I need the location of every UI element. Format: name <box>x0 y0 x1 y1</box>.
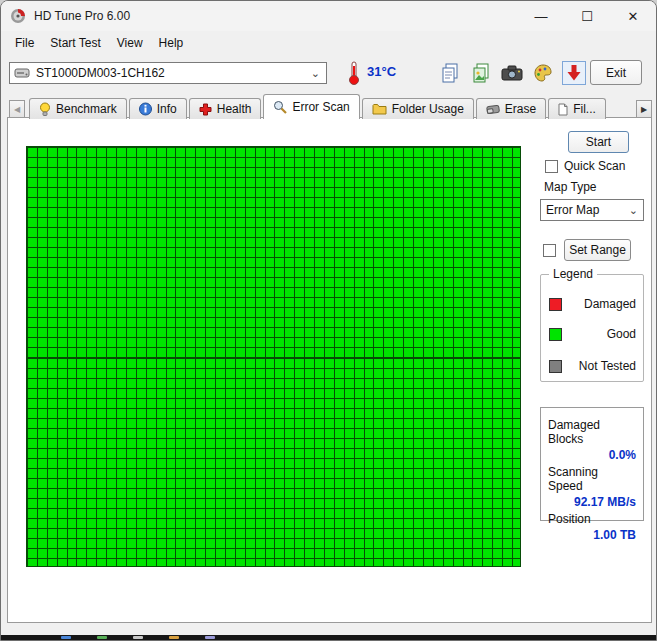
temperature-value: 31°C <box>367 64 396 79</box>
taskbar-pixel <box>97 636 107 639</box>
close-button[interactable]: ✕ <box>610 1 656 31</box>
set-range-checkbox[interactable] <box>543 244 556 257</box>
damaged-swatch <box>549 298 562 311</box>
map-type-label: Map Type <box>544 180 596 194</box>
exit-button[interactable]: Exit <box>590 60 642 85</box>
quick-scan-checkbox[interactable] <box>545 160 558 173</box>
magnifier-icon <box>273 100 287 114</box>
legend-group: Legend Damaged Good Not Tested <box>540 274 644 382</box>
titlebar: HD Tune Pro 6.00 — ☐ ✕ <box>1 1 656 31</box>
eraser-icon <box>486 103 500 115</box>
start-button-label: Start <box>586 135 611 149</box>
tab-error-scan-label: Error Scan <box>292 100 349 114</box>
info-icon <box>139 102 152 116</box>
damaged-blocks-label: Damaged Blocks <box>548 418 636 446</box>
tab-health[interactable]: Health <box>189 98 262 119</box>
legend-damaged-label: Damaged <box>584 297 636 311</box>
tab-strip: ◀ Benchmark Info Health Error Scan <box>1 94 656 119</box>
tab-erase-label: Erase <box>505 102 536 116</box>
tab-file-benchmark-label: Fil... <box>573 102 596 116</box>
damaged-blocks-value: 0.0% <box>548 448 636 462</box>
tab-info[interactable]: Info <box>129 98 187 119</box>
set-range-row: Set Range <box>543 239 631 261</box>
quick-scan-row: Quick Scan <box>545 159 625 173</box>
start-button[interactable]: Start <box>568 131 629 153</box>
copy-image-icon[interactable] <box>469 61 493 85</box>
taskbar-pixel <box>61 636 71 639</box>
taskbar-pixel <box>205 636 215 639</box>
not-tested-swatch <box>549 360 562 373</box>
window-controls: — ☐ ✕ <box>518 1 656 31</box>
tab-scroll-right-button[interactable]: ▶ <box>636 100 652 118</box>
app-icon <box>10 8 26 24</box>
scan-stats-box: Damaged Blocks 0.0% Scanning Speed 92.17… <box>540 407 644 521</box>
scan-map <box>26 146 521 567</box>
taskbar-pixel <box>169 636 179 639</box>
tab-health-label: Health <box>217 102 252 116</box>
hd-tune-window: HD Tune Pro 6.00 — ☐ ✕ File Start Test V… <box>0 0 657 641</box>
position-label: Position <box>548 512 636 526</box>
legend-title: Legend <box>549 267 597 281</box>
tab-info-label: Info <box>157 102 177 116</box>
good-swatch <box>549 328 562 341</box>
screenshot-camera-icon[interactable] <box>500 61 524 85</box>
menu-file[interactable]: File <box>7 33 42 53</box>
menu-help[interactable]: Help <box>151 33 192 53</box>
position-value: 1.00 TB <box>548 528 636 542</box>
legend-item-damaged: Damaged <box>549 297 636 311</box>
health-cross-icon <box>199 103 212 116</box>
scanning-speed-label: Scanning Speed <box>548 465 636 493</box>
palette-icon[interactable] <box>531 61 555 85</box>
drive-selector-dropdown[interactable]: ST1000DM003-1CH162 ⌄ <box>9 62 327 84</box>
tab-error-scan[interactable]: Error Scan <box>263 94 359 119</box>
drive-selector-value: ST1000DM003-1CH162 <box>36 66 165 80</box>
set-range-button[interactable]: Set Range <box>564 239 631 261</box>
window-title: HD Tune Pro 6.00 <box>34 9 130 23</box>
tab-erase[interactable]: Erase <box>476 98 546 119</box>
legend-good-label: Good <box>607 327 636 341</box>
chevron-down-icon: ⌄ <box>629 204 638 217</box>
save-download-icon[interactable] <box>562 61 586 85</box>
desktop-taskbar-sliver <box>1 635 656 640</box>
legend-item-good: Good <box>549 327 636 341</box>
copy-text-icon[interactable] <box>438 61 462 85</box>
menu-start-test[interactable]: Start Test <box>42 33 108 53</box>
set-range-button-label: Set Range <box>569 243 626 257</box>
taskbar-pixel <box>133 636 143 639</box>
toolbar: ST1000DM003-1CH162 ⌄ 31°C <box>1 54 656 94</box>
hard-disk-icon <box>14 66 30 80</box>
quick-scan-label: Quick Scan <box>564 159 625 173</box>
legend-not-tested-label: Not Tested <box>579 359 636 373</box>
chevron-down-icon: ⌄ <box>311 67 322 80</box>
tab-folder-usage-label: Folder Usage <box>392 102 464 116</box>
thermometer-icon <box>347 60 361 86</box>
map-type-dropdown[interactable]: Error Map ⌄ <box>540 199 644 221</box>
legend-item-not-tested: Not Tested <box>549 359 636 373</box>
lightbulb-icon <box>39 102 51 117</box>
tab-folder-usage[interactable]: Folder Usage <box>362 98 474 119</box>
error-scan-panel: Start Quick Scan Map Type Error Map ⌄ Se… <box>7 117 652 623</box>
tab-scroll-left-button[interactable]: ◀ <box>9 100 25 118</box>
maximize-button[interactable]: ☐ <box>564 1 610 31</box>
tab-benchmark-label: Benchmark <box>56 102 117 116</box>
scanning-speed-value: 92.17 MB/s <box>548 495 636 509</box>
tab-file-benchmark[interactable]: Fil... <box>548 98 606 119</box>
map-type-value: Error Map <box>546 203 599 217</box>
exit-button-label: Exit <box>606 66 626 80</box>
file-icon <box>558 103 568 116</box>
tab-benchmark[interactable]: Benchmark <box>29 98 127 119</box>
minimize-button[interactable]: — <box>518 1 564 31</box>
toolbar-icons <box>438 61 586 85</box>
menu-view[interactable]: View <box>109 33 151 53</box>
folder-icon <box>372 103 387 115</box>
menubar: File Start Test View Help <box>1 31 656 54</box>
